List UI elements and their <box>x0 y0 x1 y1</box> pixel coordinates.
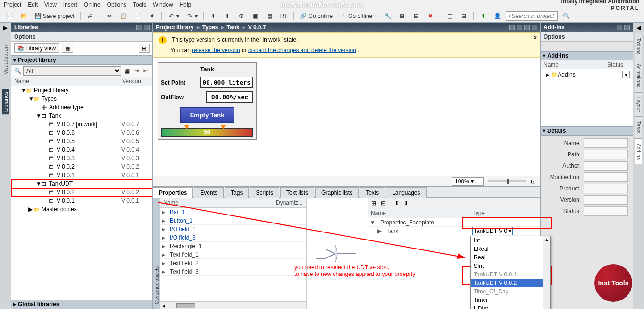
open-project-button[interactable]: 📂 <box>18 11 29 21</box>
tb-icon-4[interactable]: ▣ <box>250 11 261 21</box>
tree-row[interactable]: 🗔V 0.0.2V 0.0.2 <box>11 188 152 197</box>
copy-button[interactable]: 📋 <box>118 11 129 21</box>
grid-view-button[interactable]: ▦ <box>62 44 73 53</box>
collapse-left-icon[interactable]: ▶ <box>3 25 8 31</box>
project-library-section[interactable]: ▾Project library <box>11 55 152 65</box>
panel-collapse-icon[interactable] <box>144 25 150 30</box>
addins-folder-row[interactable]: ▸ 📁 AddIns▾ <box>544 70 630 79</box>
upload-button[interactable]: ⬆ <box>222 11 233 21</box>
rtab-animations[interactable]: Animations <box>635 59 642 92</box>
detail-input[interactable] <box>584 161 628 171</box>
side-tab-libraries[interactable]: Libraries <box>2 89 9 114</box>
tb-icon-d[interactable]: ✖ <box>425 11 436 21</box>
lib-opt-icon[interactable]: ⊞ <box>139 44 150 53</box>
menu-online[interactable]: Online <box>84 1 100 8</box>
detail-input[interactable] <box>584 172 628 182</box>
setpoint-value[interactable]: 00.000 liters <box>200 77 253 88</box>
split-h-button[interactable]: ◫ <box>444 11 455 21</box>
menu-edit[interactable]: Edit <box>28 1 38 8</box>
prop-tool-up[interactable]: ⬆ <box>393 199 401 207</box>
menu-view[interactable]: View <box>44 1 57 8</box>
detail-input[interactable] <box>584 138 628 148</box>
faceplate-canvas[interactable]: Tank Set Point 00.000 liters OutFlow 00.… <box>153 58 540 176</box>
dropdown-item[interactable]: TankUDT V 0.0.1 <box>471 270 550 279</box>
detail-input[interactable] <box>584 206 628 216</box>
tree-row[interactable]: 🗔V 0.0.1V 0.0.1 <box>11 171 152 180</box>
search-project-input[interactable] <box>506 11 558 21</box>
tree-row[interactable]: ▼🗔TankUDT <box>11 180 152 188</box>
print-button[interactable]: 🖨 <box>84 11 96 21</box>
tab-languages[interactable]: Languages <box>386 187 426 198</box>
project-library-tree[interactable]: ▼📁Project library▼📁Types➕Add new type▼🗔T… <box>11 86 152 300</box>
filter-tool-3[interactable]: ⇤ <box>142 67 150 75</box>
tb-icon-f[interactable]: 👤 <box>492 11 503 21</box>
rtab-layout[interactable]: Layout <box>635 93 642 117</box>
crumb-2[interactable]: Tank <box>227 24 240 31</box>
global-libraries-section[interactable]: ▸Global libraries <box>11 300 152 309</box>
type-dropdown[interactable]: TankUDT V 0 ▾ <box>472 227 513 235</box>
editor-max-icon[interactable] <box>524 25 530 30</box>
tree-row[interactable]: ▼🗔Tank <box>11 112 152 120</box>
side-tab-visualization[interactable]: Visualization <box>3 45 8 75</box>
zoom-slider[interactable] <box>488 180 526 182</box>
tab-textlists[interactable]: Text lists <box>280 187 314 198</box>
go-offline-button[interactable]: ⛌Go offline <box>337 11 374 21</box>
object-row[interactable]: ▸Bar_1 <box>160 208 306 216</box>
tree-row[interactable]: ▼📁Project library <box>11 86 152 94</box>
tree-row[interactable]: 🗔V 0.0.4V 0.0.4 <box>11 146 152 154</box>
prop-row-tank[interactable]: ▶ Tank TankUDT V 0 ▾ <box>368 227 540 235</box>
object-row[interactable]: ▸Text field_1 <box>160 250 306 259</box>
compile-button[interactable]: ⚙ <box>236 11 247 21</box>
object-row[interactable]: ▸Rectangle_1 <box>160 242 306 250</box>
editor-close-icon[interactable] <box>532 25 537 30</box>
menu-tools[interactable]: Tools <box>133 1 146 8</box>
empty-tank-button[interactable]: Empty Tank <box>180 107 235 123</box>
dropdown-item[interactable]: LReal <box>471 245 550 253</box>
tab-tags[interactable]: Tags <box>225 187 249 198</box>
objects-hscroll[interactable]: ◂ <box>160 301 306 309</box>
delete-button[interactable]: ✖ <box>146 11 158 21</box>
zoom-select[interactable]: 100% ▾ <box>452 177 484 186</box>
details-section[interactable]: ▾Details <box>541 126 633 136</box>
tank-scale-bar[interactable]: 50 <box>161 128 253 137</box>
dropdown-item[interactable]: SInt <box>471 262 550 270</box>
tree-row[interactable]: 🗔V 0.0.1V 0.0.1 <box>11 197 152 205</box>
menu-window[interactable]: Window <box>153 1 173 8</box>
paste-button[interactable]: 📄 <box>132 11 143 21</box>
crumb-3[interactable]: V 0.0.7 <box>248 24 266 31</box>
filter-icon[interactable]: 🔍 <box>14 68 21 74</box>
tree-row[interactable]: ▶📁Master copies <box>11 205 152 214</box>
outflow-value[interactable]: 00.00%/sec <box>206 91 253 103</box>
addins-collapse-icon[interactable] <box>624 25 630 30</box>
addins-pin-icon[interactable] <box>617 25 622 30</box>
prop-row-faceplate[interactable]: ▼ Properties_Faceplate <box>368 218 540 227</box>
filter-tool-2[interactable]: ⇥ <box>133 67 140 75</box>
menu-project[interactable]: Project <box>4 1 21 8</box>
tree-row[interactable]: ➕Add new type <box>11 103 152 112</box>
menu-insert[interactable]: Insert <box>63 1 77 8</box>
tab-texts[interactable]: Texts <box>360 187 385 198</box>
tank-faceplate[interactable]: Tank Set Point 00.000 liters OutFlow 00.… <box>158 62 257 140</box>
addins-section[interactable]: ▾Add-ins <box>541 51 633 60</box>
redo-button[interactable]: ↷▾ <box>184 11 200 21</box>
rtab-addins[interactable]: Add-ins <box>635 139 642 165</box>
crumb-0[interactable]: Project library <box>156 24 194 31</box>
panel-pin-icon[interactable] <box>136 25 142 30</box>
tb-icon-e[interactable]: ⬇ <box>477 11 489 21</box>
tree-row[interactable]: ▼📁Types <box>11 94 152 103</box>
menu-options[interactable]: Options <box>107 1 126 8</box>
type-dropdown-menu[interactable]: IntLRealRealSIntTankUDT V 0.0.1TankUDT V… <box>470 236 551 309</box>
tree-row[interactable]: 🗔V 0.0.2V 0.0.2 <box>11 163 152 171</box>
library-view-button[interactable]: 📚 Library view <box>14 43 59 53</box>
undo-button[interactable]: ↶▾ <box>166 11 181 21</box>
menu-help[interactable]: Help <box>180 1 192 8</box>
release-version-link[interactable]: release the version <box>192 47 240 53</box>
filter-select[interactable]: All <box>23 66 121 76</box>
dropdown-item[interactable]: Time_Of_Day <box>471 287 550 296</box>
editor-min-icon[interactable] <box>509 25 515 30</box>
object-row[interactable]: ▸Button_1 <box>160 216 306 225</box>
dropdown-item[interactable]: TankUDT V 0.0.2 <box>471 279 550 287</box>
tree-row[interactable]: 🗔V 0.0.6V 0.0.6 <box>11 129 152 137</box>
rtab-toolbox[interactable]: Toolbox <box>635 33 642 59</box>
dropdown-item[interactable]: Real <box>471 253 550 262</box>
